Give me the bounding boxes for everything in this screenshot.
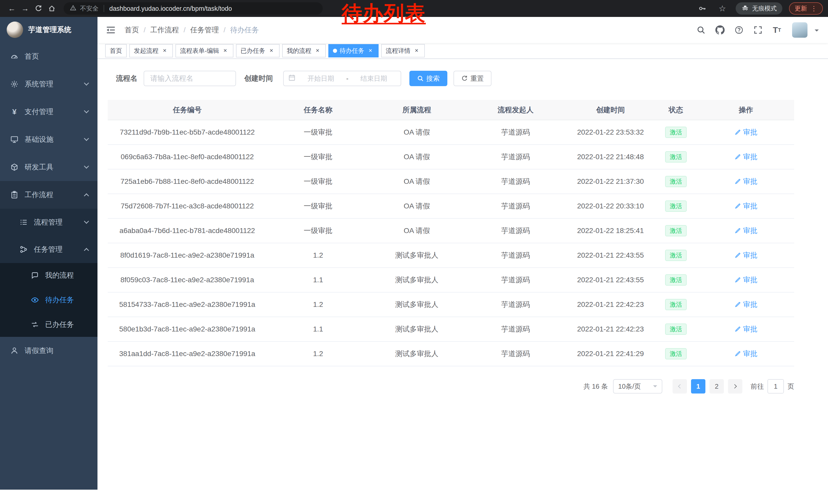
- sidebar-collapse-icon[interactable]: [105, 25, 117, 36]
- sidebar-item-task-management[interactable]: 任务管理: [0, 236, 97, 263]
- sidebar-item-done-tasks[interactable]: 已办任务: [0, 312, 97, 337]
- approve-link[interactable]: 审批: [734, 127, 757, 137]
- help-icon[interactable]: [731, 22, 747, 38]
- sidebar-item-workflow[interactable]: 工作流程: [0, 181, 97, 209]
- security-label: 不安全: [80, 4, 98, 12]
- cell-initiator: 芋道源码: [464, 268, 567, 292]
- next-page-button[interactable]: [728, 379, 742, 394]
- approve-link[interactable]: 审批: [734, 324, 757, 334]
- cell-task-name: 1.2: [267, 341, 369, 366]
- cell-initiator: 芋道源码: [464, 292, 567, 317]
- cell-process: 测试多审批人: [369, 243, 464, 268]
- fullscreen-icon[interactable]: [750, 22, 766, 38]
- cell-task-id: 73211d9d-7b9b-11ec-b5b7-acde48001122: [108, 120, 267, 145]
- tab-close-icon[interactable]: [367, 47, 374, 54]
- tab-close-icon[interactable]: [161, 47, 168, 54]
- cell-task-id: 381aa1dd-7ac8-11ec-a9e2-a2380e71991a: [108, 341, 267, 366]
- status-badge: 激活: [665, 348, 687, 359]
- approve-link[interactable]: 审批: [734, 226, 757, 236]
- page-size-select[interactable]: 10条/页: [613, 379, 662, 394]
- tab-close-icon[interactable]: [268, 47, 275, 54]
- table-row: 580e1b3d-7ac8-11ec-a9e2-a2380e71991a 1.1…: [108, 317, 794, 341]
- breadcrumb: 首页 工作流程 任务管理 待办任务: [125, 25, 259, 35]
- date-range-picker[interactable]: 开始日期 - 结束日期: [283, 71, 401, 86]
- approve-link[interactable]: 审批: [734, 201, 757, 211]
- sidebar-item-devtools[interactable]: 研发工具: [0, 153, 97, 181]
- cell-task-id: 8f0d1619-7ac8-11ec-a9e2-a2380e71991a: [108, 243, 267, 268]
- sidebar-item-infrastructure[interactable]: 基础设施: [0, 126, 97, 153]
- approve-link[interactable]: 审批: [734, 349, 757, 359]
- search-icon[interactable]: [693, 22, 709, 38]
- avatar-dropdown-caret-icon[interactable]: [815, 30, 819, 34]
- sidebar-item-process-management[interactable]: 流程管理: [0, 209, 97, 236]
- browser-reload-icon[interactable]: [32, 2, 45, 15]
- col-task-id: 任务编号: [108, 100, 267, 120]
- tab-my-process[interactable]: 我的流程: [282, 44, 326, 57]
- reset-button[interactable]: 重置: [454, 71, 492, 86]
- sidebar-item-todo-tasks[interactable]: 待办任务: [0, 288, 97, 312]
- tab-start-process[interactable]: 发起流程: [129, 44, 173, 57]
- approve-link[interactable]: 审批: [734, 177, 757, 186]
- chat-icon: [31, 271, 39, 279]
- tab-close-icon[interactable]: [314, 47, 321, 54]
- sidebar-item-my-process[interactable]: 我的流程: [0, 263, 97, 288]
- search-button[interactable]: 搜索: [409, 71, 447, 86]
- approve-link[interactable]: 审批: [734, 152, 757, 162]
- breadcrumb-task-management[interactable]: 任务管理: [190, 25, 219, 35]
- breadcrumb-separator: [143, 26, 146, 34]
- update-label: 更新: [795, 4, 807, 12]
- tab-done-tasks[interactable]: 已办任务: [236, 44, 280, 57]
- active-tab-dot: [333, 49, 337, 53]
- end-date-placeholder: 结束日期: [351, 74, 396, 83]
- table-row: a6aba0a4-7b6d-11ec-b781-acde48001122 一级审…: [108, 218, 794, 243]
- chevron-down-icon: [84, 219, 89, 224]
- page-button-2[interactable]: 2: [709, 379, 724, 394]
- page-button-1[interactable]: 1: [691, 379, 705, 394]
- incognito-label: 无痕模式: [752, 4, 777, 12]
- page-goto-input[interactable]: [768, 379, 784, 394]
- task-branch-icon: [19, 245, 28, 254]
- workflow-submenu: 流程管理 任务管理 我的流程: [0, 209, 97, 337]
- github-icon[interactable]: [712, 22, 728, 38]
- browser-back-icon[interactable]: [5, 2, 18, 15]
- approve-link[interactable]: 审批: [734, 300, 757, 310]
- tab-process-form-edit[interactable]: 流程表单-编辑: [175, 44, 234, 57]
- tab-home[interactable]: 首页: [105, 44, 127, 57]
- font-size-icon[interactable]: [769, 22, 785, 38]
- browser-home-icon[interactable]: [45, 2, 58, 15]
- sidebar-item-home[interactable]: 首页: [0, 43, 97, 70]
- sidebar-item-leave-query[interactable]: 请假查询: [0, 337, 97, 365]
- status-badge: 激活: [665, 324, 687, 335]
- logo-image: [7, 21, 23, 38]
- process-name-input[interactable]: [143, 71, 236, 86]
- sidebar-item-payment-management[interactable]: ¥ 支付管理: [0, 98, 97, 126]
- browser-menu-icon[interactable]: [811, 5, 817, 12]
- tab-process-detail[interactable]: 流程详情: [381, 44, 425, 57]
- approve-link[interactable]: 审批: [734, 275, 757, 285]
- avatar[interactable]: [792, 22, 808, 38]
- bookmark-star-icon[interactable]: [716, 2, 729, 15]
- cell-process: OA 请假: [369, 145, 464, 169]
- start-date-placeholder: 开始日期: [299, 74, 343, 83]
- table-row: 73211d9d-7b9b-11ec-b5b7-acde48001122 一级审…: [108, 120, 794, 145]
- status-badge: 激活: [665, 274, 687, 286]
- browser-forward-icon[interactable]: [18, 2, 32, 15]
- browser-update-button[interactable]: 更新: [789, 2, 823, 15]
- cell-create-time: 2022-01-22 21:48:48: [567, 145, 654, 169]
- prev-page-button[interactable]: [672, 379, 687, 394]
- sidebar-item-system-management[interactable]: 系统管理: [0, 70, 97, 98]
- omnibox-divider: [104, 5, 104, 12]
- breadcrumb-workflow[interactable]: 工作流程: [150, 25, 179, 35]
- tab-todo-tasks[interactable]: 待办任务: [328, 44, 379, 57]
- todo-task-table: 任务编号 任务名称 所属流程 流程发起人 创建时间 状态 操作 73211d9d…: [108, 100, 794, 366]
- cell-initiator: 芋道源码: [464, 243, 567, 268]
- table-row: 8f059c03-7ac8-11ec-a9e2-a2380e71991a 1.1…: [108, 268, 794, 292]
- status-badge: 激活: [665, 176, 687, 187]
- workflow-icon: [10, 191, 18, 199]
- tab-close-icon[interactable]: [222, 47, 229, 54]
- tab-close-icon[interactable]: [413, 47, 420, 54]
- approve-link[interactable]: 审批: [734, 250, 757, 260]
- password-key-icon[interactable]: [696, 2, 709, 15]
- breadcrumb-home[interactable]: 首页: [125, 25, 139, 35]
- address-bar[interactable]: 不安全 dashboard.yudao.iocoder.cn/bpm/task/…: [64, 2, 323, 15]
